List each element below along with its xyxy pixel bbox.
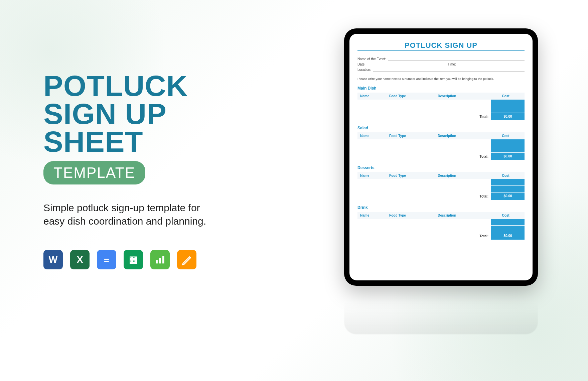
field-event-line: [388, 57, 525, 61]
field-time-line: [458, 62, 525, 66]
field-date-time: Date: Time:: [357, 62, 525, 66]
cost-cell: [491, 139, 525, 146]
field-date-label: Date:: [357, 62, 365, 66]
pages-icon: [177, 250, 196, 269]
template-badge-label: TEMPLATE: [53, 164, 135, 181]
svg-rect-0: [156, 260, 158, 263]
svg-rect-2: [162, 256, 164, 263]
total-label: Total:: [480, 115, 488, 119]
promo-description: Simple potluck sign-up template for easy…: [43, 201, 224, 228]
total-value: $0.00: [491, 193, 525, 200]
doc-title-underline: [357, 50, 525, 51]
col-name: Name: [360, 94, 389, 98]
field-location-line: [373, 68, 525, 72]
field-location-label: Location:: [357, 68, 371, 72]
doc-title: POTLUCK SIGN UP: [357, 41, 525, 50]
col-food: Food Type: [389, 94, 438, 98]
col-cost: Cost: [489, 94, 522, 98]
cost-cell: [491, 106, 525, 113]
cost-cell: [491, 100, 525, 106]
section-salad: Salad Name Food Type Description Cost To…: [357, 126, 525, 160]
google-docs-icon: ≡: [97, 250, 116, 269]
cost-cell: [491, 146, 525, 153]
cost-cell: [491, 226, 525, 232]
title-line-1: POTLUCK: [43, 72, 224, 100]
section-title: Desserts: [357, 165, 525, 170]
section-desserts: Desserts Name Food Type Description Cost…: [357, 165, 525, 200]
col-desc: Description: [438, 94, 489, 98]
section-title: Drink: [357, 205, 525, 210]
cost-cell: [491, 186, 525, 193]
total-value: $0.00: [491, 153, 525, 160]
section-main-dish: Main Dish Name Food Type Description Cos…: [357, 86, 525, 120]
cost-cell: [491, 179, 525, 186]
table-header: Name Food Type Description Cost: [357, 172, 525, 179]
promo-panel: POTLUCK SIGN UP SHEET TEMPLATE Simple po…: [43, 72, 224, 269]
table-header: Name Food Type Description Cost: [357, 132, 525, 139]
field-date-line: [368, 62, 434, 66]
numbers-icon: [150, 250, 170, 269]
app-icons-row: W X ≡ ▦: [43, 250, 224, 269]
total-value: $0.00: [491, 232, 525, 240]
field-time-label: Time:: [448, 62, 456, 66]
tablet-mockup: POTLUCK SIGN UP Name of the Event: Date:…: [344, 28, 538, 286]
word-icon: W: [43, 250, 63, 269]
section-title: Main Dish: [357, 86, 525, 91]
table-header: Name Food Type Description Cost: [357, 93, 525, 100]
section-drink: Drink Name Food Type Description Cost To…: [357, 205, 525, 240]
section-title: Salad: [357, 126, 525, 130]
field-location: Location:: [357, 68, 525, 72]
total-value: $0.00: [491, 113, 525, 120]
svg-rect-1: [159, 258, 161, 263]
google-sheets-icon: ▦: [124, 250, 143, 269]
tablet-reflection: [344, 287, 538, 334]
cost-cell: [491, 219, 525, 226]
table-header: Name Food Type Description Cost: [357, 212, 525, 219]
field-event: Name of the Event:: [357, 57, 525, 61]
field-event-label: Name of the Event:: [357, 57, 386, 61]
template-badge: TEMPLATE: [43, 161, 145, 184]
excel-icon: X: [70, 250, 90, 269]
doc-instructions: Please write your name next to a number …: [357, 77, 525, 81]
document-preview: POTLUCK SIGN UP Name of the Event: Date:…: [349, 34, 533, 280]
title-line-2: SIGN UP SHEET: [43, 100, 224, 156]
